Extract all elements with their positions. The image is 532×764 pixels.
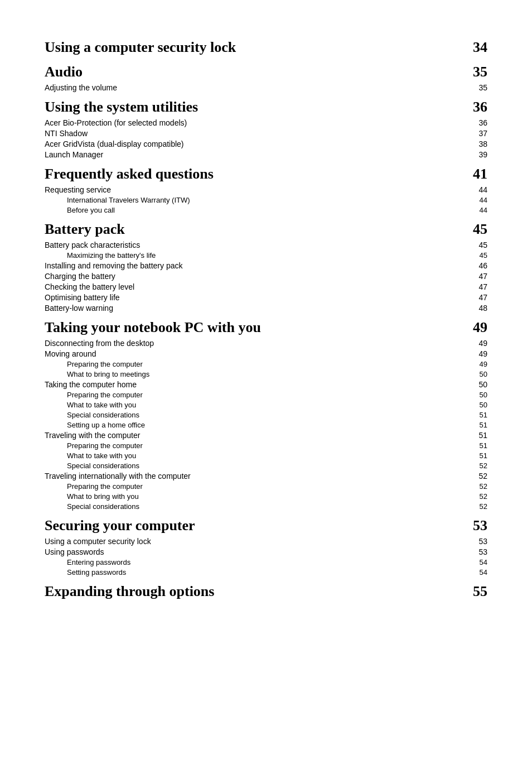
entry-title: Securing your computer bbox=[45, 517, 465, 534]
entry-title: Checking the battery level bbox=[45, 282, 465, 291]
entry-title: Optimising battery life bbox=[45, 293, 465, 302]
toc-entry: Traveling with the computer51 bbox=[45, 430, 487, 440]
entry-title: Setting up a home office bbox=[45, 421, 465, 429]
entry-title: What to take with you bbox=[45, 451, 465, 460]
entry-page: 53 bbox=[465, 547, 487, 556]
toc-entry: Expanding through options55 bbox=[45, 578, 487, 601]
entry-title: Disconnecting from the desktop bbox=[45, 339, 465, 348]
entry-title: Using passwords bbox=[45, 547, 465, 556]
entry-page: 44 bbox=[465, 196, 487, 204]
toc-entry: Preparing the computer50 bbox=[45, 390, 487, 399]
toc-entry: Audio35 bbox=[45, 58, 487, 81]
entry-title: Before you call bbox=[45, 206, 465, 214]
entry-page: 47 bbox=[465, 272, 487, 281]
entry-title: Battery pack bbox=[45, 221, 465, 238]
toc-entry: Disconnecting from the desktop49 bbox=[45, 338, 487, 348]
entry-page: 52 bbox=[465, 472, 487, 480]
toc-entry: What to take with you51 bbox=[45, 451, 487, 460]
toc-entry: Using passwords53 bbox=[45, 547, 487, 556]
entry-page: 34 bbox=[465, 39, 487, 56]
toc-entry: Before you call44 bbox=[45, 205, 487, 214]
entry-title: Preparing the computer bbox=[45, 441, 465, 450]
toc-entry: Battery-low warning48 bbox=[45, 303, 487, 313]
entry-title: Using the system utilities bbox=[45, 99, 465, 116]
entry-title: Special considerations bbox=[45, 462, 465, 470]
entry-title: Moving around bbox=[45, 349, 465, 358]
entry-page: 53 bbox=[465, 517, 487, 534]
entry-page: 51 bbox=[465, 411, 487, 419]
entry-page: 45 bbox=[465, 251, 487, 260]
entry-page: 47 bbox=[465, 282, 487, 291]
toc-entry: Setting up a home office51 bbox=[45, 420, 487, 429]
toc-entry: Requesting service44 bbox=[45, 185, 487, 194]
entry-page: 44 bbox=[465, 185, 487, 194]
toc-entry: Moving around49 bbox=[45, 349, 487, 358]
entry-page: 45 bbox=[465, 241, 487, 249]
toc-entry: Taking the computer home50 bbox=[45, 379, 487, 389]
entry-page: 52 bbox=[465, 502, 487, 511]
entry-title: Using a computer security lock bbox=[45, 537, 465, 546]
toc-entry: Battery pack45 bbox=[45, 215, 487, 239]
entry-page: 47 bbox=[465, 293, 487, 302]
toc-entry: Special considerations52 bbox=[45, 461, 487, 470]
entry-title: Entering passwords bbox=[45, 558, 465, 566]
entry-title: Preparing the computer bbox=[45, 482, 465, 491]
toc-entry: What to take with you50 bbox=[45, 400, 487, 409]
entry-title: Maximizing the battery's life bbox=[45, 251, 465, 260]
entry-page: 54 bbox=[465, 568, 487, 576]
entry-page: 48 bbox=[465, 304, 487, 313]
entry-title: Taking your notebook PC with you bbox=[45, 319, 465, 336]
entry-title: Audio bbox=[45, 64, 465, 80]
entry-page: 51 bbox=[465, 451, 487, 460]
toc-entry: Optimising battery life47 bbox=[45, 292, 487, 302]
entry-page: 53 bbox=[465, 537, 487, 546]
entry-title: Requesting service bbox=[45, 185, 465, 194]
entry-title: Traveling with the computer bbox=[45, 431, 465, 440]
entry-title: Preparing the computer bbox=[45, 360, 465, 368]
toc-entry: Maximizing the battery's life45 bbox=[45, 251, 487, 260]
entry-page: 35 bbox=[465, 64, 487, 80]
toc-entry: Adjusting the volume35 bbox=[45, 83, 487, 92]
entry-page: 46 bbox=[465, 261, 487, 270]
toc-entry: Setting passwords54 bbox=[45, 568, 487, 576]
entry-title: Installing and removing the battery pack bbox=[45, 261, 465, 270]
entry-title: Setting passwords bbox=[45, 568, 465, 576]
entry-title: Expanding through options bbox=[45, 583, 465, 600]
entry-page: 49 bbox=[465, 319, 487, 336]
entry-title: Battery-low warning bbox=[45, 304, 465, 313]
entry-page: 41 bbox=[465, 166, 487, 182]
entry-title: Special considerations bbox=[45, 411, 465, 419]
toc-entry: Preparing the computer51 bbox=[45, 441, 487, 450]
entry-title: What to take with you bbox=[45, 401, 465, 409]
toc-entry: Installing and removing the battery pack… bbox=[45, 261, 487, 270]
entry-page: 45 bbox=[465, 221, 487, 238]
entry-page: 52 bbox=[465, 492, 487, 501]
toc-entry: Entering passwords54 bbox=[45, 558, 487, 566]
toc-entry: Using a computer security lock34 bbox=[45, 33, 487, 57]
entry-title: Charging the battery bbox=[45, 272, 465, 281]
entry-page: 49 bbox=[465, 360, 487, 368]
toc-entry: International Travelers Warranty (ITW)44 bbox=[45, 195, 487, 204]
toc-entry: Frequently asked questions41 bbox=[45, 160, 487, 184]
entry-title: Acer Bio-Protection (for selected models… bbox=[45, 118, 465, 127]
entry-page: 51 bbox=[465, 431, 487, 440]
entry-title: Traveling internationally with the compu… bbox=[45, 472, 465, 480]
entry-page: 50 bbox=[465, 391, 487, 399]
entry-title: Special considerations bbox=[45, 502, 465, 511]
toc-entry: Securing your computer53 bbox=[45, 512, 487, 535]
entry-title: Using a computer security lock bbox=[45, 39, 465, 56]
toc-entry: Using a computer security lock53 bbox=[45, 536, 487, 546]
toc-entry: Using the system utilities36 bbox=[45, 93, 487, 117]
entry-page: 51 bbox=[465, 441, 487, 450]
toc-entry: Special considerations52 bbox=[45, 502, 487, 511]
entry-page: 50 bbox=[465, 380, 487, 389]
entry-page: 39 bbox=[465, 150, 487, 159]
toc-entry: Checking the battery level47 bbox=[45, 282, 487, 291]
entry-page: 50 bbox=[465, 401, 487, 409]
entry-title: Adjusting the volume bbox=[45, 83, 465, 92]
toc-entry: Preparing the computer49 bbox=[45, 359, 487, 368]
toc-entry: Taking your notebook PC with you49 bbox=[45, 314, 487, 337]
entry-title: Launch Manager bbox=[45, 150, 465, 159]
entry-page: 51 bbox=[465, 421, 487, 429]
toc-entry: Battery pack characteristics45 bbox=[45, 240, 487, 249]
